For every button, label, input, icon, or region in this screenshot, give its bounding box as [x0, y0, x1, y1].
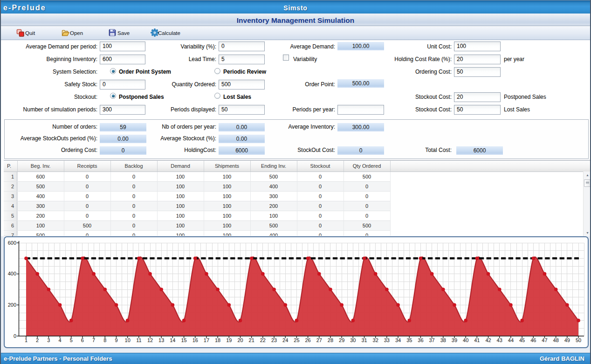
svg-text:19: 19: [226, 337, 232, 343]
svg-text:44: 44: [508, 337, 514, 343]
svg-text:400: 400: [8, 271, 16, 276]
svg-text:21: 21: [249, 337, 254, 343]
svg-text:8: 8: [103, 337, 106, 343]
svg-text:200: 200: [8, 302, 16, 308]
svg-text:14: 14: [170, 337, 175, 343]
svg-text:20: 20: [237, 337, 243, 343]
svg-text:31: 31: [361, 337, 367, 343]
svg-text:12: 12: [147, 337, 153, 343]
svg-text:43: 43: [497, 337, 502, 343]
svg-text:2: 2: [36, 337, 39, 343]
svg-text:38: 38: [440, 337, 446, 343]
svg-text:600: 600: [8, 240, 16, 246]
svg-text:36: 36: [418, 337, 423, 343]
svg-text:5: 5: [70, 337, 73, 343]
svg-text:11: 11: [136, 337, 141, 343]
svg-text:28: 28: [328, 337, 333, 343]
svg-text:45: 45: [519, 337, 525, 343]
svg-text:49: 49: [564, 337, 570, 343]
svg-text:27: 27: [316, 337, 322, 343]
svg-text:25: 25: [294, 337, 299, 343]
svg-text:37: 37: [429, 337, 434, 343]
svg-text:26: 26: [305, 337, 310, 343]
svg-text:39: 39: [452, 337, 457, 343]
svg-text:23: 23: [271, 337, 277, 343]
svg-text:10: 10: [125, 337, 131, 343]
svg-text:40: 40: [463, 337, 468, 343]
svg-text:33: 33: [384, 337, 390, 343]
svg-text:30: 30: [350, 337, 356, 343]
svg-text:1: 1: [25, 337, 27, 343]
svg-text:41: 41: [474, 337, 480, 343]
svg-text:3: 3: [47, 337, 50, 343]
svg-text:13: 13: [158, 337, 164, 343]
svg-text:46: 46: [530, 337, 536, 343]
svg-text:42: 42: [485, 337, 491, 343]
svg-text:16: 16: [192, 337, 198, 343]
svg-text:4: 4: [58, 337, 61, 343]
svg-text:32: 32: [373, 337, 378, 343]
svg-text:35: 35: [406, 337, 412, 343]
svg-text:15: 15: [181, 337, 186, 343]
svg-text:48: 48: [553, 337, 559, 343]
svg-text:22: 22: [260, 337, 266, 343]
svg-text:18: 18: [215, 337, 220, 343]
svg-text:7: 7: [92, 337, 95, 343]
svg-text:24: 24: [282, 337, 288, 343]
svg-text:47: 47: [542, 337, 547, 343]
svg-text:9: 9: [115, 337, 117, 343]
svg-text:50: 50: [576, 337, 581, 343]
svg-text:34: 34: [395, 337, 401, 343]
svg-text:0: 0: [14, 333, 16, 339]
svg-text:29: 29: [339, 337, 344, 343]
svg-text:17: 17: [204, 337, 209, 343]
svg-text:6: 6: [81, 337, 84, 343]
